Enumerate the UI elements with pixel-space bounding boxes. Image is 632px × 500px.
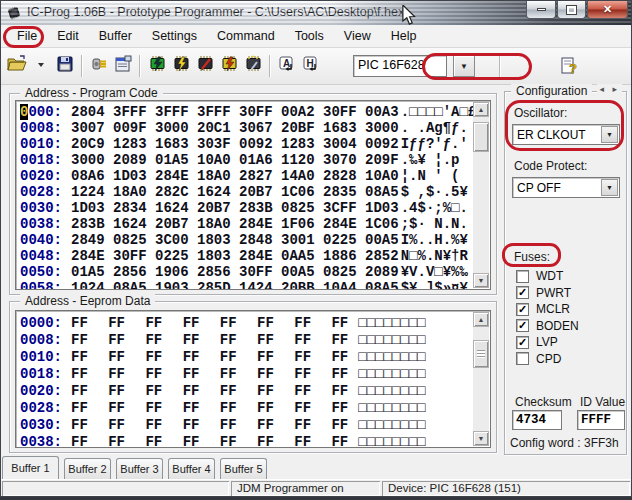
program-row-0038[interactable]: 0038:283B 1624 20B7 18A0 284E 1F06 284E … bbox=[16, 216, 490, 232]
scroll-up-icon[interactable]: ▲ bbox=[473, 102, 489, 117]
chevron-down-icon[interactable]: ▼ bbox=[601, 126, 618, 143]
scroll-down-icon[interactable]: ▼ bbox=[473, 273, 489, 288]
menu-command[interactable]: Command bbox=[207, 26, 285, 46]
program-row-0000[interactable]: 0000:2804 3FFF 3FFF 3FFF 30FF 00A2 30FF … bbox=[16, 104, 490, 120]
fuse-label-pwrt: PWRT bbox=[536, 286, 571, 300]
blank-check-icon bbox=[243, 54, 263, 78]
eeprom-row-0018[interactable]: 0018:FF FF FF FF FF FF FF FF□□□□□□□□ bbox=[16, 366, 490, 383]
tab-buffer-3[interactable]: Buffer 3 bbox=[116, 458, 163, 479]
program-row-0010[interactable]: 0010:20C9 1283 1683 303F 0092 1283 3004 … bbox=[16, 136, 490, 152]
fuse-checkbox-cpd[interactable] bbox=[516, 352, 529, 365]
minimize-icon bbox=[537, 8, 546, 11]
menu-help[interactable]: Help bbox=[381, 26, 427, 46]
eeprom-grid[interactable]: 0000:FF FF FF FF FF FF FF FF□□□□□□□□0008… bbox=[15, 310, 491, 448]
program-row-0040[interactable]: 0040:2849 0825 3C00 1803 2848 3001 0225 … bbox=[16, 232, 490, 248]
read-chip-button[interactable] bbox=[169, 54, 193, 78]
menu-edit[interactable]: Edit bbox=[47, 26, 89, 46]
addr-h-button[interactable]: H bbox=[299, 54, 323, 78]
checksum-field[interactable]: 4734 bbox=[512, 410, 562, 430]
eeprom-row-0008[interactable]: 0008:FF FF FF FF FF FF FF FF□□□□□□□□ bbox=[16, 332, 490, 349]
fuse-label-lvp: LVP bbox=[536, 335, 558, 349]
fuse-checkbox-pwrt[interactable]: ✓ bbox=[516, 286, 529, 299]
eeprom-row-0030[interactable]: 0030:FF FF FF FF FF FF FF FF□□□□□□□□ bbox=[16, 417, 490, 434]
oscillator-dropdown[interactable]: ER CLKOUT ▼ bbox=[512, 124, 620, 145]
program-row-0058[interactable]: 0058:1024 08A5 1903 285D 1424 20BB 10A4 … bbox=[16, 280, 490, 290]
eeprom-row-0038[interactable]: 0038:FF FF FF FF FF FF FF FF□□□□□□□□ bbox=[16, 434, 490, 448]
id-value-field[interactable]: FFFF bbox=[577, 410, 625, 430]
menu-view[interactable]: View bbox=[334, 26, 381, 46]
verify-chip-button[interactable] bbox=[193, 54, 217, 78]
hardware-button[interactable] bbox=[87, 54, 111, 78]
menu-buffer[interactable]: Buffer bbox=[89, 26, 142, 46]
chevron-down-icon[interactable]: ▼ bbox=[601, 179, 618, 196]
hardware-settings-button[interactable] bbox=[111, 54, 135, 78]
configuration-nav-arrows[interactable]: ◂ ▸ bbox=[597, 84, 622, 94]
program-row-0020[interactable]: 0020:08A6 1D03 284E 18A0 2827 14A0 2828 … bbox=[16, 168, 490, 184]
toolbar-separator bbox=[81, 55, 83, 77]
ascii-column: .‰¥ ¦.p bbox=[401, 152, 460, 168]
ascii-column: □□□□□□□□ bbox=[358, 400, 425, 416]
eeprom-scrollbar-thumb[interactable] bbox=[473, 340, 489, 368]
program-code-grid[interactable]: 0000:2804 3FFF 3FFF 3FFF 30FF 00A2 30FF … bbox=[15, 100, 491, 290]
hex-address: 0020: bbox=[20, 168, 62, 184]
menu-file[interactable]: File bbox=[7, 26, 47, 46]
erase-chip-icon bbox=[219, 54, 239, 78]
device-select-dropdown-button[interactable]: ▼ bbox=[453, 55, 475, 77]
menu-settings[interactable]: Settings bbox=[142, 26, 207, 46]
ascii-column: □□□□□□□□ bbox=[358, 332, 425, 348]
hex-address: 0030: bbox=[20, 417, 62, 433]
addr-a-icon: A bbox=[277, 54, 297, 78]
program-row-0028[interactable]: 0028:1224 18A0 282C 1624 20B7 1C06 2835 … bbox=[16, 184, 490, 200]
read-chip-icon bbox=[171, 54, 191, 78]
toolbar-items: AH bbox=[5, 54, 323, 78]
program-row-0030[interactable]: 0030:1D03 2834 1624 20B7 283B 0825 3CFF … bbox=[16, 200, 490, 216]
hex-bytes: FF FF FF FF FF FF FF FF bbox=[71, 349, 348, 365]
hex-words: 1024 08A5 1903 285D 1424 20BB 10A4 08A5 bbox=[71, 280, 399, 290]
program-row-0050[interactable]: 0050:01A5 2856 1906 2856 30FF 00A5 0825 … bbox=[16, 264, 490, 280]
fuse-checkbox-mclr[interactable]: ✓ bbox=[516, 303, 529, 316]
hex-words: 1224 18A0 282C 1624 20B7 1C06 2835 08A5 bbox=[71, 184, 399, 200]
configuration-title: Configuration bbox=[511, 84, 592, 98]
help-button[interactable]: ? bbox=[557, 54, 581, 78]
device-selector[interactable]: PIC 16F628 ▼ bbox=[353, 55, 475, 77]
eeprom-row-0010[interactable]: 0010:FF FF FF FF FF FF FF FF□□□□□□□□ bbox=[16, 349, 490, 366]
tab-buffer-2[interactable]: Buffer 2 bbox=[64, 458, 111, 479]
program-chip-button[interactable] bbox=[145, 54, 169, 78]
maximize-button[interactable] bbox=[557, 1, 586, 19]
scroll-down-icon[interactable]: ▼ bbox=[473, 431, 489, 446]
open-more-button[interactable] bbox=[29, 54, 53, 78]
fuse-row-pwrt: ✓PWRT bbox=[516, 286, 571, 300]
hex-words: 3000 2089 01A5 10A0 01A6 1120 3070 209F bbox=[71, 152, 399, 168]
fuse-checkbox-boden[interactable]: ✓ bbox=[516, 319, 529, 332]
fuse-label-boden: BODEN bbox=[536, 319, 579, 333]
program-scrollbar-thumb[interactable] bbox=[473, 122, 489, 152]
close-button[interactable]: ✕ bbox=[587, 1, 628, 19]
blank-check-button[interactable] bbox=[241, 54, 265, 78]
fuse-checkbox-lvp[interactable]: ✓ bbox=[516, 336, 529, 349]
title-bar[interactable]: IC-Prog 1.06B - Prototype Programmer - C… bbox=[1, 1, 631, 25]
open-button[interactable] bbox=[5, 54, 29, 78]
program-row-0018[interactable]: 0018:3000 2089 01A5 10A0 01A6 1120 3070 … bbox=[16, 152, 490, 168]
program-row-0048[interactable]: 0048:284E 30FF 0225 1803 284E 0AA5 1886 … bbox=[16, 248, 490, 264]
code-protect-dropdown[interactable]: CP OFF ▼ bbox=[512, 177, 620, 198]
device-select-value[interactable]: PIC 16F628 bbox=[353, 55, 447, 77]
fuse-checkbox-wdt[interactable] bbox=[516, 270, 529, 283]
tab-buffer-4[interactable]: Buffer 4 bbox=[168, 458, 215, 479]
tab-buffer-5[interactable]: Buffer 5 bbox=[220, 458, 267, 479]
save-button[interactable] bbox=[53, 54, 77, 78]
eeprom-row-0028[interactable]: 0028:FF FF FF FF FF FF FF FF□□□□□□□□ bbox=[16, 400, 490, 417]
fuse-label-cpd: CPD bbox=[536, 352, 561, 366]
addr-a-button[interactable]: A bbox=[275, 54, 299, 78]
eeprom-scrollbar[interactable]: ▲ ▼ bbox=[473, 312, 489, 446]
hex-address: 0000: bbox=[20, 315, 62, 331]
program-code-scrollbar[interactable]: ▲ ▼ bbox=[473, 102, 489, 288]
eeprom-row-0020[interactable]: 0020:FF FF FF FF FF FF FF FF□□□□□□□□ bbox=[16, 383, 490, 400]
status-device: Device: PIC 16F628 (151) bbox=[382, 481, 630, 496]
scroll-up-icon[interactable]: ▲ bbox=[473, 312, 489, 327]
menu-tools[interactable]: Tools bbox=[285, 26, 334, 46]
eeprom-row-0000[interactable]: 0000:FF FF FF FF FF FF FF FF□□□□□□□□ bbox=[16, 315, 490, 332]
tab-buffer-1[interactable]: Buffer 1 bbox=[2, 456, 59, 479]
minimize-button[interactable] bbox=[526, 1, 556, 19]
program-row-0008[interactable]: 0008:3007 009F 3000 20C1 3067 20BF 1683 … bbox=[16, 120, 490, 136]
erase-chip-button[interactable] bbox=[217, 54, 241, 78]
